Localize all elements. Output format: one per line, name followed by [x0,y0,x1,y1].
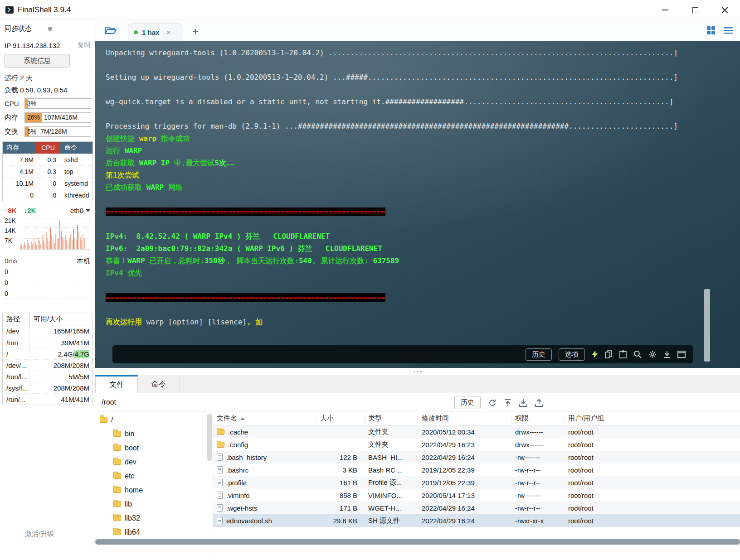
terminal-line: Unpacking wireguard-tools (1.0.20200513-… [106,47,740,59]
tree-item[interactable]: / [95,413,213,427]
load-average-label: 负载 0.58, 0.93, 0.54 [5,86,90,95]
tab-close-icon[interactable]: × [166,29,170,37]
menu-icon[interactable] [724,27,733,36]
grid-view-icon[interactable] [706,26,716,37]
download-to-local-icon[interactable] [519,399,527,407]
maximize-button[interactable] [680,0,710,20]
upload-icon[interactable] [504,399,511,407]
file-row[interactable]: .wget-hsts171 BWGET-H...2022/04/29 16:24… [213,502,740,514]
folder-icon [113,473,121,479]
terminal-line: ========================================… [106,206,740,218]
open-folder-icon[interactable] [104,24,117,37]
file-row[interactable]: .bash_history122 BBASH_HI...2022/04/29 1… [213,451,740,463]
process-header-command[interactable]: 命令 [60,144,92,152]
file-row[interactable]: .viminfo858 BVIMINFO...2020/05/14 17:13-… [213,489,740,502]
copy-ip-button[interactable]: 复制 [78,41,90,49]
copy-icon[interactable] [605,350,613,358]
upload-from-local-icon[interactable] [535,399,543,407]
process-row[interactable]: 4.1M0.3top [3,165,92,177]
disk-row[interactable]: /run39M/41M [3,337,92,348]
traffic-bar [20,246,21,249]
disk-value: 2.4G/4.7G [30,350,92,358]
file-type: VIMINFO... [365,492,418,499]
terminal-options-button[interactable]: 选项 [559,348,585,361]
terminal[interactable]: Unpacking wireguard-tools (1.0.20200513-… [95,41,740,368]
file-icon [217,504,223,512]
disk-row[interactable]: /dev/...208M/208M [3,359,92,371]
tree-item[interactable]: lib32 [95,511,213,525]
tree-item[interactable]: lib64 [95,525,213,539]
file-permissions: -rw------- [511,454,565,461]
interface-selector[interactable]: eth0 [70,207,90,214]
refresh-icon[interactable] [488,399,497,407]
download-icon[interactable] [663,350,671,358]
terminal-history-button[interactable]: 历史 [526,348,552,361]
tree-item[interactable]: home [95,483,213,497]
gear-icon[interactable] [648,350,657,358]
tree-item[interactable]: bin [95,427,213,441]
traffic-bar [66,240,67,249]
close-button[interactable] [710,0,740,20]
tree-item[interactable]: etc [95,469,213,483]
traffic-bar [59,220,60,249]
tree-scrollbar[interactable] [207,414,212,461]
process-header-cpu[interactable]: CPU [36,142,60,154]
disk-row[interactable]: /sys/f...208M/208M [3,382,92,393]
horizontal-scrollbar-thumb[interactable] [95,539,740,545]
folder-icon [113,501,121,507]
system-info-button[interactable]: 系统信息 [5,54,70,68]
lightning-icon[interactable] [592,350,598,358]
file-row[interactable]: .cache文件夹2020/05/12 00:34drwx------root/… [213,425,740,438]
terminal-line [106,193,740,206]
file-mtime: 2022/04/29 16:24 [418,454,511,461]
new-tab-button[interactable]: + [190,25,201,38]
terminal-text-segment: Unpacking wireguard-tools (1.0.20200513-… [106,48,678,57]
header-owner[interactable]: 用户/用户组 [565,414,740,423]
terminal-scrollbar[interactable] [704,289,710,362]
header-permissions[interactable]: 权限 [511,414,565,423]
file-row[interactable]: .bashrc3 KBBash RC ...2019/12/05 22:39-r… [213,463,740,476]
header-size[interactable]: 大小 [316,414,365,423]
header-mtime[interactable]: 修改时间 [418,414,511,423]
tab-commands[interactable]: 命令 [138,375,180,393]
traffic-bar [69,238,70,249]
file-owner: root/root [565,504,740,512]
process-row[interactable]: 10.1M0systemd [3,177,92,189]
disk-header-size[interactable]: 可用/大小 [30,315,92,323]
traffic-bar [47,238,48,249]
file-row[interactable]: ednovastool.sh29.6 KBSH 源文件2022/04/29 16… [213,514,740,527]
tree-item[interactable]: dev [95,455,213,469]
file-row[interactable]: .config文件夹2022/04/29 16:23drwx------root… [213,438,740,451]
disk-row[interactable]: /run/...41M/41M [3,393,92,405]
file-history-button[interactable]: 历史 [454,396,481,409]
search-icon[interactable] [633,350,642,358]
process-row[interactable]: 00kthreadd [3,189,92,201]
disk-row[interactable]: /run/l...5M/5M [3,371,92,382]
file-name-cell: .viminfo [213,492,316,499]
process-header-memory[interactable]: 内存 [3,144,36,152]
terminal-line [106,59,740,71]
horizontal-scrollbar[interactable] [95,539,740,545]
session-tab[interactable]: 1 hax × [128,24,181,41]
maximize-icon [692,7,698,13]
activate-upgrade-link[interactable]: 激活/升级 [25,530,54,538]
window-mode-icon[interactable] [677,351,686,358]
file-mtime: 2022/04/29 16:24 [418,504,511,512]
file-mtime: 2022/04/29 16:23 [418,441,511,449]
tab-files[interactable]: 文件 [95,375,138,393]
header-filename[interactable]: 文件名 [213,414,316,423]
disk-row[interactable]: /dev165M/165M [3,325,92,337]
tree-item[interactable]: boot [95,441,213,455]
disk-header-path[interactable]: 路径 [3,313,30,325]
paste-icon[interactable] [619,350,627,358]
traffic-bar [39,241,40,249]
minimize-button[interactable] [650,0,680,20]
process-row[interactable]: 7.8M0.3sshd [3,154,92,165]
splitter-handle[interactable] [95,368,740,375]
terminal-text-segment: 第1次尝试 [106,171,139,179]
header-type[interactable]: 类型 [365,414,418,423]
tree-item[interactable]: lib [95,497,213,511]
disk-row[interactable]: /2.4G/4.7G [3,348,92,359]
file-row[interactable]: .profile161 BProfile 源...2019/12/05 22:3… [213,476,740,489]
current-path[interactable]: /root [102,398,116,406]
